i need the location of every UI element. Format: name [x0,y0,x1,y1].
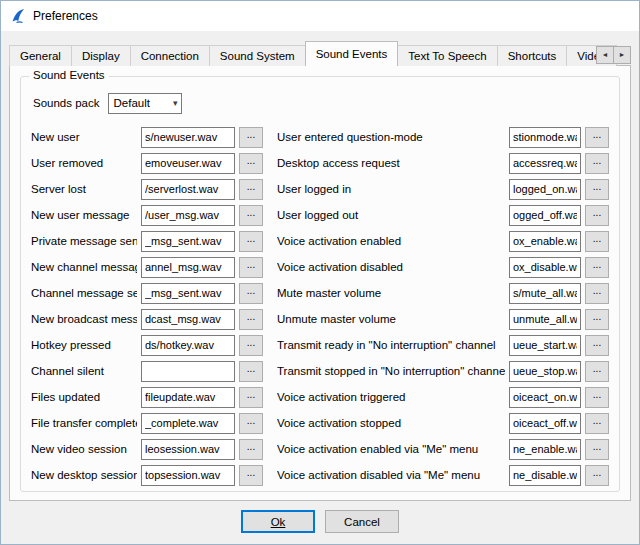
tab-connection[interactable]: Connection [130,45,210,66]
table-row: User removed ... [31,153,263,174]
browse-button[interactable]: ... [585,335,609,356]
tab-scroll-control: ◄ ► [596,46,631,64]
tab-display[interactable]: Display [71,45,131,66]
browse-button[interactable]: ... [585,153,609,174]
chevron-down-icon: ▾ [173,98,178,108]
tab-sound-system[interactable]: Sound System [209,45,306,66]
sound-file-input[interactable] [141,179,235,200]
browse-button[interactable]: ... [585,465,609,486]
sound-file-input[interactable] [141,205,235,226]
table-row: Voice activation disabled via "Me" menu … [277,465,609,486]
browse-button[interactable]: ... [239,335,263,356]
table-row: Hotkey pressed ... [31,335,263,356]
tab-text-to-speech[interactable]: Text To Speech [397,45,497,66]
sound-event-label: Voice activation stopped [277,417,505,429]
table-row: Unmute master volume ... [277,309,609,330]
sound-file-input[interactable] [141,127,235,148]
table-row: Voice activation enabled via "Me" menu .… [277,439,609,460]
sound-event-label: User entered question-mode [277,131,505,143]
sound-file-input[interactable] [509,439,581,460]
browse-button[interactable]: ... [585,439,609,460]
table-row: New channel message ... [31,257,263,278]
browse-button[interactable]: ... [239,309,263,330]
sound-file-input[interactable] [509,309,581,330]
sound-event-label: Private message sent [31,235,137,247]
sound-file-input[interactable] [141,335,235,356]
table-row: Files updated ... [31,387,263,408]
sound-file-input[interactable] [509,231,581,252]
tab-general[interactable]: General [9,45,72,66]
sound-file-input[interactable] [509,335,581,356]
browse-button[interactable]: ... [585,387,609,408]
sound-file-input[interactable] [509,127,581,148]
sounds-pack-row: Sounds pack Default ▾ [33,93,609,114]
sound-event-label: Voice activation disabled via "Me" menu [277,469,505,481]
browse-button[interactable]: ... [239,153,263,174]
sound-event-label: Voice activation enabled [277,235,505,247]
browse-button[interactable]: ... [239,205,263,226]
sound-file-input[interactable] [509,179,581,200]
browse-button[interactable]: ... [239,361,263,382]
sound-file-input[interactable] [141,387,235,408]
sounds-pack-select[interactable]: Default ▾ [108,93,182,114]
sound-file-input[interactable] [141,361,235,382]
sound-file-input[interactable] [141,309,235,330]
ok-button[interactable]: Ok [241,510,315,533]
browse-button[interactable]: ... [239,127,263,148]
browse-button[interactable]: ... [585,257,609,278]
sound-event-label: Hotkey pressed [31,339,137,351]
sound-file-input[interactable] [509,205,581,226]
browse-button[interactable]: ... [585,309,609,330]
browse-button[interactable]: ... [585,127,609,148]
browse-button[interactable]: ... [585,179,609,200]
sound-event-label: Unmute master volume [277,313,505,325]
sound-event-label: New user [31,131,137,143]
tab-shortcuts[interactable]: Shortcuts [497,45,568,66]
sound-file-input[interactable] [509,257,581,278]
sound-event-label: User logged out [277,209,505,221]
sound-event-label: Files updated [31,391,137,403]
sound-event-label: New desktop session [31,469,137,481]
browse-button[interactable]: ... [239,465,263,486]
browse-button[interactable]: ... [239,179,263,200]
browse-button[interactable]: ... [585,205,609,226]
sound-file-input[interactable] [509,413,581,434]
browse-button[interactable]: ... [239,413,263,434]
tab-sound-events[interactable]: Sound Events [305,41,399,66]
sound-events-group: Sound Events Sounds pack Default ▾ New u… [20,76,620,492]
browse-button[interactable]: ... [585,231,609,252]
sound-file-input[interactable] [509,283,581,304]
sound-event-label: New channel message [31,261,137,273]
sound-file-input[interactable] [141,257,235,278]
table-row: New desktop session ... [31,465,263,486]
table-row: New user message ... [31,205,263,226]
browse-button[interactable]: ... [239,257,263,278]
browse-button[interactable]: ... [239,387,263,408]
browse-button[interactable]: ... [585,413,609,434]
browse-button[interactable]: ... [585,361,609,382]
sound-file-input[interactable] [141,413,235,434]
browse-button[interactable]: ... [239,283,263,304]
browse-button[interactable]: ... [239,439,263,460]
table-row: Desktop access request ... [277,153,609,174]
sound-file-input[interactable] [509,361,581,382]
sound-file-input[interactable] [509,465,581,486]
sound-file-input[interactable] [509,387,581,408]
table-row: Mute master volume ... [277,283,609,304]
tab-scroll-right-button[interactable]: ► [613,46,631,64]
sound-file-input[interactable] [509,153,581,174]
sound-file-input[interactable] [141,439,235,460]
sound-file-input[interactable] [141,231,235,252]
browse-button[interactable]: ... [585,283,609,304]
sound-event-label: New user message [31,209,137,221]
table-row: Voice activation enabled ... [277,231,609,252]
sound-file-input[interactable] [141,153,235,174]
tab-scroll-left-button[interactable]: ◄ [596,46,614,64]
sounds-pack-label: Sounds pack [33,97,100,109]
titlebar[interactable]: Preferences [1,1,639,31]
cancel-button[interactable]: Cancel [325,510,399,533]
sound-file-input[interactable] [141,283,235,304]
table-row: File transfer complete ... [31,413,263,434]
browse-button[interactable]: ... [239,231,263,252]
sound-file-input[interactable] [141,465,235,486]
